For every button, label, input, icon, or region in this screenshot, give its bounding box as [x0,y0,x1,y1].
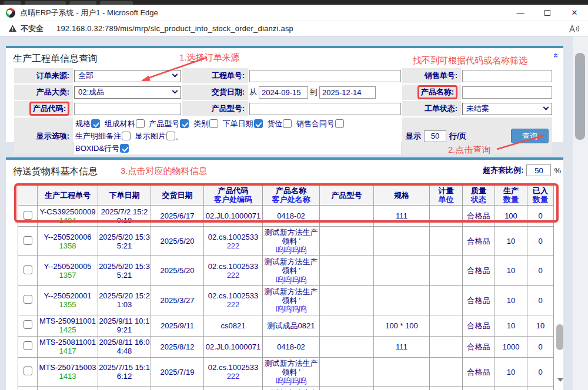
order-no: Y-CS392500009 [38,207,97,216]
display-option-checkbox[interactable] [335,119,344,128]
table-row[interactable]: MTS-250715002 2025/7/15 15:1 2025/7/26 0… [18,387,554,390]
column-header-line2: 数量 [528,195,553,204]
spec [374,285,430,315]
title-bar: 点晴ERP子系统 - 用户1 - Microsoft Edge — ✕ [0,5,588,21]
product-name-label: 产品名称: [421,88,454,96]
column-header: 下单日期 [98,185,151,206]
url-text[interactable]: 192.168.0.32:789/mis/mrp/slc_product_int… [56,24,293,33]
display-option: 生产明细备注 [75,132,131,140]
delivery-date: 2025/7/26 [151,387,204,390]
product-code-input[interactable] [74,103,181,115]
query-form: 订单来源: 全部 工程单号: 销售单号: 产品大类: 02:成品 交货日期: 从… [13,67,553,156]
row-checkbox[interactable] [24,320,32,329]
display-option: BOXID&行号 [75,144,129,153]
product-code-label: 产品代码: [33,104,66,113]
unit [430,336,463,357]
sales-no-input[interactable] [462,70,552,82]
table-row[interactable]: Y--2505200051357 2025/5/20 15:35:21 2025… [18,256,554,285]
customer-name[interactable]: 呜呜呜呜 [263,246,319,254]
annotation-step2: 2.点击查询 [448,144,491,156]
display-option-checkbox[interactable] [254,119,263,128]
customer-name[interactable]: 呜呜呜呜 [263,275,319,284]
table-row[interactable]: MTS-2508110011417 2025/8/11 16:04:48 202… [18,336,554,357]
table-row[interactable]: Y--2505200011355 2025/5/20 15:21:03 2025… [18,285,554,315]
date-to-input[interactable] [319,86,376,99]
order-no-secondary: 1404 [38,216,97,225]
collapse-panel-icon[interactable]: « [551,53,561,58]
product-model [320,387,374,390]
customer-code[interactable]: 222 [205,271,262,280]
product-model [320,357,374,386]
order-date: 2025/7/2 15:20:18 [98,206,151,227]
table-row[interactable]: Y-CS3925000091404 2025/7/2 15:20:18 2025… [18,206,554,227]
product-code: 02.cs.1002533 [205,233,262,241]
column-header-line1: 生产工程单号 [38,191,97,200]
table-row[interactable]: MTS-2509110011425 2025/9/11 10:19:21 202… [18,315,554,336]
unit [430,387,463,390]
ratio-unit: % [554,166,561,175]
close-icon: ✕ [572,8,578,17]
materials-panel: 待送货物料基本信息 3.点击对应的物料信息 超齐套比例: % 生产工程单号 [6,157,563,390]
close-button[interactable]: ✕ [561,5,588,21]
product-category-label: 产品大类: [14,85,73,100]
spec: 111 [374,336,430,357]
table-row[interactable]: Y--2505200061358 2025/5/20 15:35:21 2025… [18,227,554,256]
order-date: 2025/5/20 15:35:21 [98,227,151,256]
display-option-checkbox[interactable] [209,119,218,128]
customer-code[interactable]: 222 [205,241,262,250]
product-category-select[interactable]: 02:成品 [74,86,181,99]
display-option-checkbox[interactable] [180,119,189,128]
inner-scrollbar-thumb[interactable] [556,324,563,350]
page-size-input[interactable] [424,130,446,142]
search-button[interactable]: 查询 [511,129,549,143]
display-option-checkbox[interactable] [136,119,145,128]
order-status-select[interactable]: 未结案 [462,103,552,115]
date-to-label: 到 [310,87,318,98]
security-label[interactable]: 不安全 [21,23,44,34]
scrollbar-track[interactable] [573,36,588,390]
row-checkbox[interactable] [24,236,32,245]
row-checkbox[interactable] [24,265,32,274]
production-qty: 10 [495,227,527,256]
date-from-input[interactable] [259,86,308,99]
product-name: 测试新方法生产领料 ' [263,228,319,246]
maximize-button[interactable] [534,5,561,21]
inner-scrollbar-down-arrow[interactable] [557,378,563,382]
product-code-label-highlight: 产品代码: [29,102,69,116]
order-source-select[interactable]: 全部 [74,70,181,82]
minimize-button[interactable]: — [507,5,534,21]
product-name-input[interactable] [462,86,552,99]
customer-name[interactable]: 呜呜呜呜 [263,376,319,385]
display-option-checkbox[interactable] [120,144,129,153]
row-checkbox[interactable] [24,295,32,304]
address-bar: 不安全 192.168.0.32:789/mis/mrp/slc_product… [0,21,588,36]
customer-code[interactable]: 222 [205,372,262,381]
project-no-input[interactable] [249,70,401,82]
display-option-checkbox[interactable] [283,119,292,128]
customer-name[interactable]: 呜呜呜呜 [263,305,319,314]
scrollbar-thumb[interactable] [575,53,585,140]
order-status-value: 未结案 [466,103,489,114]
display-option-label: 组成材料 [105,119,135,128]
display-option-label: 货位 [267,119,282,128]
row-checkbox[interactable] [24,211,32,220]
table-row[interactable]: MTS-2507150031413 2025/7/15 15:16:12 202… [18,357,554,386]
page-size-prefix: 显示 [406,131,421,142]
production-qty: 1000 [495,336,527,357]
unit [430,227,463,256]
product-model-input[interactable] [249,103,401,115]
received-qty: 0 [527,387,554,390]
row-checkbox[interactable] [24,341,32,350]
delivery-date: 2025/9/11 [151,315,204,336]
window-title: 点晴ERP子系统 - 用户1 - Microsoft Edge [20,8,158,18]
customer-code[interactable]: 222 [205,300,262,309]
display-option: 类别 [193,119,218,128]
display-option-checkbox[interactable] [122,132,131,140]
read-aloud-icon[interactable] [569,25,580,33]
display-option-label: 销售合同号 [296,119,335,128]
display-option-checkbox[interactable] [91,119,100,128]
ratio-input[interactable] [526,164,551,176]
table-header-row: 生产工程单号 下单日期 交货日期 产品代码客户处编码 产品名称客户处名称 产品型… [18,185,554,206]
row-checkbox[interactable] [24,367,32,375]
display-option-checkbox[interactable] [166,132,175,140]
